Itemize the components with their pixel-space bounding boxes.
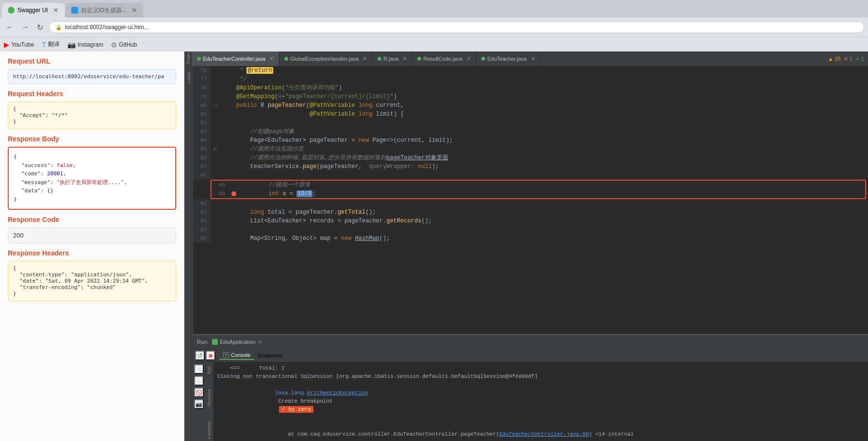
response-code-box: 200 xyxy=(8,227,176,243)
line-content-94 xyxy=(220,225,868,234)
request-headers-box: { "Accept": "*/*" } xyxy=(8,102,176,129)
request-url-title: Request URL xyxy=(8,57,176,65)
bookmarks-bar: ▶ YouTube T 翻译 📷 Instagram ⊙ GitHub xyxy=(0,37,868,51)
browser-chrome: Swagger UI ✕ 自定义ID生成器... ✕ ← → ↻ 🔒 local… xyxy=(0,0,868,51)
run-vertical-label[interactable]: Run xyxy=(207,366,212,374)
bookmark-translate[interactable]: T 翻译 xyxy=(42,40,60,49)
response-body-content: { "success": false, "code": 20001, "mess… xyxy=(14,153,170,204)
left-panel: Request URL http://localhost:8002/eduser… xyxy=(0,51,184,441)
favorites-vertical-label[interactable]: Favorites xyxy=(207,421,212,439)
result-code-close[interactable]: ✕ xyxy=(466,55,471,62)
stop-button[interactable]: ■ xyxy=(206,351,215,360)
ide-tab-r-java[interactable]: R.java ✕ xyxy=(373,51,412,66)
bottom-panel: Run: EduApplication ✕ ↺ xyxy=(193,334,868,441)
line-content-80: public R pageTeacher(@PathVariable long … xyxy=(220,101,868,110)
code-line-87: 87 teacherService.page(pageTeacher, quer… xyxy=(193,162,868,171)
line-num-84: 84 xyxy=(193,136,211,145)
code-line-94: 94 xyxy=(193,225,868,234)
line-content-87: teacherService.page(pageTeacher, queryWr… xyxy=(220,162,868,171)
console-left-toolbar: ↑ ↓ 🚫 📷 xyxy=(193,362,205,441)
tab-swagger[interactable]: Swagger UI ✕ xyxy=(2,3,65,17)
address-bar[interactable]: 🔒 localhost:8002/swagger-ui.htm... xyxy=(49,21,864,33)
ide-tab-edu-teacher[interactable]: EduTeacher.java ✕ xyxy=(476,51,540,66)
address-text: localhost:8002/swagger-ui.htm... xyxy=(65,24,149,31)
code-line-89: 89 //模拟一个异常 xyxy=(212,181,865,189)
console-tab[interactable]: ≡ Console xyxy=(219,351,254,360)
forward-button[interactable]: → xyxy=(19,22,31,33)
endpoints-tab[interactable]: Endpoints xyxy=(254,352,286,359)
code-line-79: 79 @GetMapping(☉~"pageTeacher/{current}/… xyxy=(193,92,868,101)
code-line-91: 91 xyxy=(193,199,868,208)
scroll-up-button[interactable]: ↑ xyxy=(194,364,204,374)
structure-vertical-label[interactable]: Structure xyxy=(207,389,212,407)
warnings-area: ▲ 25 ✕ 1 ✓ 1 xyxy=(828,56,868,62)
result-code-dot xyxy=(417,57,421,61)
ide-tab-edu-teacher-controller-label: EduTeacherController.java xyxy=(203,56,265,62)
line-content-90: int a = 10/0; xyxy=(239,189,865,198)
clear-console-button[interactable]: 🚫 xyxy=(194,388,204,397)
gutter-77 xyxy=(211,75,220,84)
rerun-button[interactable]: ↺ xyxy=(195,351,205,360)
gutter-81 xyxy=(211,110,220,119)
tab-swagger-close[interactable]: ✕ xyxy=(53,7,59,14)
lock-icon: 🔒 xyxy=(55,24,62,31)
edu-teacher-controller-link[interactable]: EduTeacherController.java:90 xyxy=(499,431,589,437)
project-label[interactable]: Project xyxy=(184,51,192,66)
edu-teacher-controller-dot xyxy=(197,57,201,61)
line-content-89: //模拟一个异常 xyxy=(239,181,865,189)
line-num-80: 80 xyxy=(193,101,211,110)
line-content-92: long total = pageTeacher.getTotal(); xyxy=(220,208,868,217)
scroll-down-button[interactable]: ↓ xyxy=(194,376,204,386)
app-label: EduApplication xyxy=(220,339,255,345)
bookmark-github[interactable]: ⊙ GitHub xyxy=(111,41,137,49)
global-exception-close[interactable]: ✕ xyxy=(362,55,367,62)
tab-bar: Swagger UI ✕ 自定义ID生成器... ✕ xyxy=(0,0,868,17)
red-box-highlight: 89 //模拟一个异常 90 int a = 10/0; xyxy=(211,180,866,199)
screenshot-button[interactable]: 📷 xyxy=(194,399,204,409)
edu-teacher-close[interactable]: ✕ xyxy=(531,55,536,62)
code-line-90: 90 int a = 10/0; xyxy=(212,189,865,198)
console-area: ↑ ↓ 🚫 📷 Run Structure Favorites xyxy=(193,362,868,441)
r-java-close[interactable]: ✕ xyxy=(402,55,407,62)
r-java-dot xyxy=(377,57,381,61)
json-close-brace: } xyxy=(14,195,170,204)
console-tabs: ↺ ■ ≡ Console Endpoints xyxy=(193,349,868,362)
back-button[interactable]: ← xyxy=(4,22,16,33)
console-icon: ≡ xyxy=(223,352,229,358)
line-num-88: 88 xyxy=(193,171,211,180)
app-close[interactable]: ✕ xyxy=(258,339,262,345)
ide-tab-result-code[interactable]: ResultCode.java ✕ xyxy=(412,51,476,66)
line-num-90: 90 xyxy=(212,189,229,198)
bookmark-github-label: GitHub xyxy=(119,41,137,48)
tab-custom-close[interactable]: ✕ xyxy=(131,7,137,14)
tab-custom[interactable]: 自定义ID生成器... ✕ xyxy=(66,3,143,17)
tab-swagger-label: Swagger UI xyxy=(17,7,48,14)
code-editor[interactable]: 76 * @return 77 */ 78 xyxy=(193,66,868,334)
edu-application-tab[interactable]: EduApplication ✕ xyxy=(212,339,262,345)
code-line-76: 76 * @return xyxy=(193,66,868,75)
bookmark-translate-label: 翻译 xyxy=(48,40,60,49)
error-count: ✕ 1 xyxy=(844,56,852,62)
ide-tab-edu-teacher-controller[interactable]: EduTeacherController.java ✕ xyxy=(192,51,279,66)
right-panel: Project EduTeacherController.java ✕ Glob… xyxy=(184,51,868,441)
line-content-85: //调用方法实现分页 xyxy=(220,145,868,153)
learn-label[interactable]: Learn xyxy=(185,68,192,87)
ide-tab-global-exception-label: GlobalExceptionHandler.java xyxy=(290,56,359,62)
json-data-line: "data": {} xyxy=(14,187,170,195)
response-body-title: Response Body xyxy=(8,135,176,143)
ide-tab-bar: Project EduTeacherController.java ✕ Glob… xyxy=(184,51,868,66)
json-code-line: "code": 20001, xyxy=(14,170,170,178)
line-num-86: 86 xyxy=(193,153,211,162)
edu-teacher-controller-close[interactable]: ✕ xyxy=(269,55,274,62)
code-line-88: 88 xyxy=(193,171,868,180)
line-content-78: @ApiOperation("分页查询讲师功能") xyxy=(220,84,868,92)
reload-button[interactable]: ↻ xyxy=(35,22,45,33)
ide-tab-global-exception[interactable]: GlobalExceptionHandler.java ✕ xyxy=(279,51,373,66)
response-headers-box: { "content-type": "application/json", "d… xyxy=(8,261,176,301)
ide-tab-edu-teacher-label: EduTeacher.java xyxy=(487,56,526,62)
create-breakpoint-link[interactable]: Create breakpoint xyxy=(275,398,333,404)
console-output[interactable]: <== Total: 2 Closing non transactional S… xyxy=(213,362,868,441)
bookmark-youtube[interactable]: ▶ YouTube xyxy=(4,41,34,49)
gutter-92 xyxy=(211,208,220,217)
bookmark-instagram[interactable]: 📷 Instagram xyxy=(67,41,103,49)
